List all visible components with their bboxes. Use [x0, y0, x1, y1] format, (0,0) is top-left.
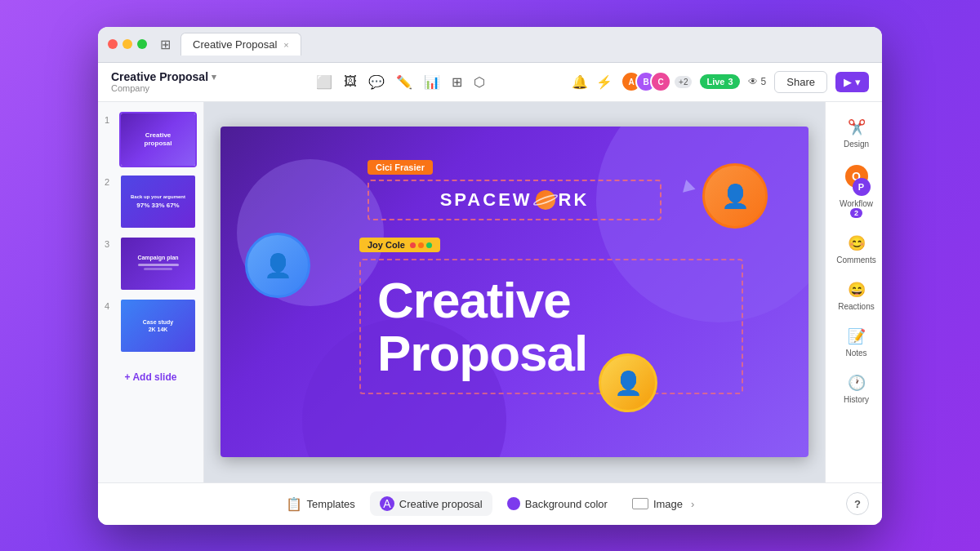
cici-label: Cici Frasier	[368, 160, 433, 175]
help-button[interactable]: ?	[846, 492, 869, 515]
slide-thumb-inner-4: Case study 2K 14K	[121, 300, 195, 352]
maximize-button[interactable]	[137, 39, 147, 49]
image-item[interactable]: Image ›	[622, 493, 704, 515]
title-box[interactable]: Creative Proposal	[359, 259, 743, 394]
chevron-right-icon: ›	[691, 498, 694, 510]
background-item[interactable]: Background color	[497, 492, 617, 515]
reactions-label: Reactions	[838, 302, 874, 311]
bolt-icon[interactable]: ⚡	[596, 74, 612, 90]
bell-icon[interactable]: 🔔	[572, 74, 588, 90]
chat-icon[interactable]: 💬	[368, 74, 385, 90]
comments-icon: 😊	[848, 234, 866, 252]
slide-item-1: 1 Creativeproposal	[105, 112, 197, 167]
slide-thumb-1[interactable]: Creativeproposal	[119, 112, 197, 167]
person-silhouette-left: 👤	[247, 235, 308, 295]
templates-label: Templates	[307, 498, 355, 510]
main-area: 1 Creativeproposal 2 Back up your argume…	[98, 102, 882, 482]
views-number: 5	[761, 76, 767, 87]
workflow-badge: 2	[850, 208, 862, 218]
theme-item[interactable]: A Creative proposal	[370, 491, 492, 516]
slide-thumb-2[interactable]: Back up your argument 97% 33% 67%	[119, 174, 197, 229]
planet-ring	[532, 193, 559, 207]
slide-item-4: 4 Case study 2K 14K	[105, 298, 197, 353]
slide-thumb-inner-2: Back up your argument 97% 33% 67%	[121, 176, 195, 228]
close-button[interactable]	[108, 39, 118, 49]
planet-icon	[536, 190, 555, 210]
person-avatar-bottom: 👤	[599, 353, 657, 412]
traffic-lights	[108, 39, 147, 49]
add-slide-button[interactable]: + Add slide	[105, 367, 197, 388]
notes-icon: 📝	[848, 327, 866, 345]
right-sidebar: ✂️ Design O P Workflow 2 😊 Comments 😄 Re…	[825, 102, 882, 482]
play-icon: ▶	[844, 76, 852, 88]
tab-close-icon[interactable]: ×	[283, 40, 288, 50]
image-icon[interactable]: 🖼	[344, 74, 357, 89]
joy-label: Joy Cole	[359, 238, 440, 252]
slide-label-2: Back up your argument 97% 33% 67%	[127, 191, 189, 212]
eye-icon: 👁	[748, 76, 758, 87]
title-tab[interactable]: Creative Proposal ×	[180, 33, 301, 56]
chart-icon[interactable]: 📊	[424, 74, 440, 90]
toolbar: Creative Proposal ▾ Company ⬜ 🖼 💬 ✏️ 📊 ⊞…	[98, 63, 882, 102]
slide-panel: 1 Creativeproposal 2 Back up your argume…	[98, 102, 204, 482]
workflow-avatar-icon-2: P	[853, 178, 871, 196]
person-silhouette-right: 👤	[705, 166, 765, 226]
toolbar-icons: ⬜ 🖼 💬 ✏️ 📊 ⊞ ⬡	[236, 74, 565, 90]
design-icon: ✂️	[848, 118, 866, 136]
more-icon[interactable]: ⬡	[474, 74, 485, 90]
theme-label: Creative proposal	[399, 498, 483, 510]
toolbar-title-section: Creative Proposal ▾ Company	[111, 70, 216, 93]
chevron-down-icon: ▾	[855, 76, 861, 88]
main-title-section: Joy Cole Creative Proposal	[359, 237, 743, 424]
background-label: Background color	[525, 498, 608, 510]
sidebar-workflow[interactable]: O P Workflow 2	[832, 158, 881, 224]
person-avatar-right: 👤	[702, 163, 768, 229]
templates-icon: 📋	[286, 496, 302, 512]
sidebar-reactions[interactable]: 😄 Reactions	[832, 274, 881, 318]
sidebar-comments[interactable]: 😊 Comments	[832, 228, 881, 271]
sidebar-design[interactable]: ✂️ Design	[832, 112, 881, 155]
notes-label: Notes	[845, 349, 866, 358]
play-button[interactable]: ▶ ▾	[835, 72, 869, 92]
spacework-box[interactable]: SPACEW RK	[368, 180, 662, 220]
pen-icon[interactable]: ✏️	[396, 74, 412, 90]
live-label: Live	[706, 77, 724, 87]
spacework-section: Cici Frasier SPACEW RK	[368, 159, 662, 220]
slide-thumb-inner-3: Campaign plan	[121, 238, 195, 290]
minimize-button[interactable]	[122, 39, 132, 49]
collaborator-avatars: A B C +2	[621, 71, 692, 92]
history-label: History	[844, 395, 869, 404]
main-title: Creative Proposal	[377, 273, 725, 380]
spacework-logo: SPACEW RK	[440, 189, 590, 211]
theme-icon: A	[380, 496, 394, 511]
canvas-area: Cici Frasier SPACEW RK Joy	[204, 102, 825, 482]
sidebar-history[interactable]: 🕐 History	[832, 367, 881, 411]
live-count: 3	[728, 77, 733, 87]
slide-thumb-4[interactable]: Case study 2K 14K	[119, 298, 197, 353]
person-silhouette-bottom: 👤	[601, 356, 655, 410]
joy-dots	[410, 242, 432, 248]
frame-icon[interactable]: ⬜	[316, 74, 332, 90]
presentation-title[interactable]: Creative Proposal ▾	[111, 70, 216, 83]
slide-number-4: 4	[105, 301, 114, 311]
person-avatar-left: 👤	[245, 233, 310, 298]
dot-orange	[418, 242, 424, 248]
slide-thumb-inner-1: Creativeproposal	[121, 113, 195, 166]
image-label: Image	[653, 498, 683, 510]
slide-item-3: 3 Campaign plan	[105, 236, 197, 291]
dot-green	[426, 242, 432, 248]
title-bar: ⊞ Creative Proposal ×	[98, 27, 882, 63]
templates-item[interactable]: 📋 Templates	[276, 491, 365, 517]
grid-icon[interactable]: ⊞	[160, 37, 171, 52]
sidebar-notes[interactable]: 📝 Notes	[832, 321, 881, 364]
live-badge[interactable]: Live 3	[700, 74, 739, 89]
views-count: 👁 5	[748, 76, 767, 87]
slide-canvas: Cici Frasier SPACEW RK Joy	[220, 127, 808, 457]
table-icon[interactable]: ⊞	[452, 74, 462, 90]
bottom-bar: 📋 Templates A Creative proposal Backgrou…	[98, 482, 882, 525]
slide-item-2: 2 Back up your argument 97% 33% 67%	[105, 174, 197, 229]
presentation-subtitle: Company	[111, 83, 216, 93]
history-icon: 🕐	[848, 374, 866, 392]
share-button[interactable]: Share	[774, 71, 827, 93]
slide-thumb-3[interactable]: Campaign plan	[119, 236, 197, 291]
